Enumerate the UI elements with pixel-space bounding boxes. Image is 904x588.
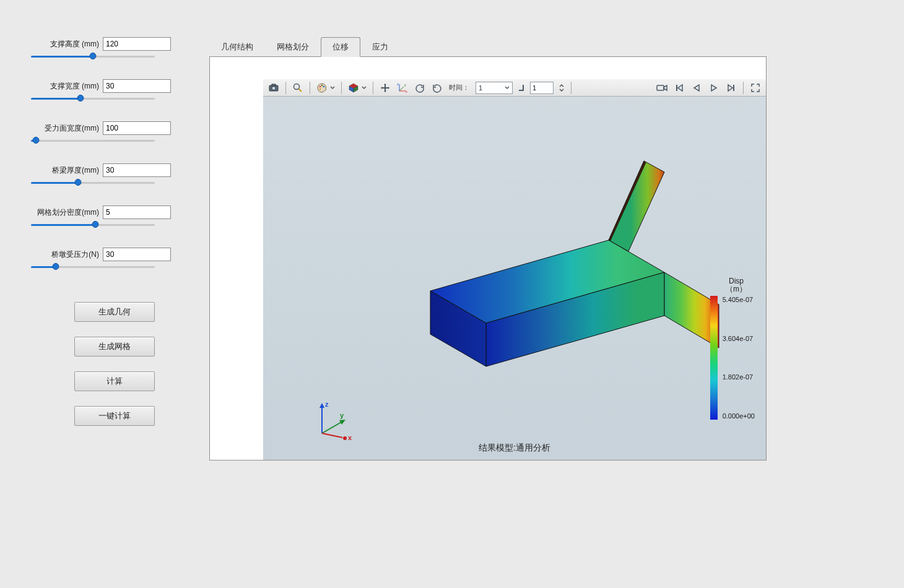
- action-buttons: 生成几何 生成网格 计算 一键计算: [74, 302, 192, 426]
- chevron-down-icon[interactable]: [329, 81, 336, 95]
- step-marker-icon[interactable]: [516, 81, 526, 95]
- palette-icon[interactable]: [315, 81, 329, 95]
- svg-line-41: [322, 422, 342, 433]
- param-bridge-thickness: 桥梁厚度(mm): [31, 163, 192, 186]
- skip-last-icon[interactable]: [724, 81, 738, 95]
- generate-geometry-button[interactable]: 生成几何: [74, 302, 155, 322]
- time-select[interactable]: 1: [476, 82, 513, 94]
- move-icon[interactable]: [378, 81, 392, 95]
- fullscreen-icon[interactable]: [749, 81, 762, 95]
- legend-tick: 1.802e-07: [723, 373, 755, 381]
- palette-dropdown[interactable]: [315, 81, 336, 95]
- viewport: zyx 时间： 1: [263, 79, 766, 460]
- legend-tick: 5.405e-07: [723, 296, 755, 303]
- param-label: 支撑高度 (mm): [31, 39, 99, 50]
- tab-geometry[interactable]: 几何结构: [209, 37, 265, 57]
- calculate-button[interactable]: 计算: [74, 371, 155, 391]
- chevron-down-icon[interactable]: [360, 81, 368, 95]
- svg-point-8: [319, 88, 321, 90]
- tab-displacement[interactable]: 位移: [321, 37, 360, 57]
- svg-rect-1: [272, 84, 276, 86]
- zoom-icon[interactable]: [291, 81, 305, 95]
- force-face-width-slider[interactable]: [31, 137, 155, 144]
- pier-force-slider[interactable]: [31, 264, 155, 270]
- svg-text:y: y: [404, 83, 406, 87]
- rotate-ccw-icon[interactable]: [430, 81, 444, 95]
- param-label: 支撑宽度 (mm): [31, 81, 99, 92]
- svg-rect-23: [676, 85, 677, 91]
- svg-text:z: z: [397, 83, 399, 86]
- camera-icon[interactable]: [267, 81, 280, 95]
- axis-icon[interactable]: zyx: [396, 81, 409, 95]
- mesh-density-input[interactable]: [103, 205, 171, 219]
- legend-tick: 3.604e-07: [723, 335, 755, 342]
- axis-triad: z y x: [313, 399, 356, 443]
- svg-rect-21: [519, 90, 524, 91]
- svg-point-3: [294, 84, 300, 89]
- cube-view-dropdown[interactable]: [347, 81, 368, 95]
- viewport-title: 结果模型:通用分析: [479, 443, 550, 454]
- canvas-wrap: zyx 时间： 1: [209, 56, 767, 460]
- support-width-input[interactable]: [103, 79, 171, 93]
- param-support-height: 支撑高度 (mm): [31, 37, 192, 59]
- param-label: 桥梁厚度(mm): [31, 165, 99, 176]
- param-label: 受力面宽度(mm): [31, 123, 99, 134]
- chevron-down-icon: [505, 85, 510, 90]
- param-support-width: 支撑宽度 (mm): [31, 79, 192, 102]
- svg-point-6: [321, 84, 323, 86]
- support-height-input[interactable]: [103, 37, 171, 51]
- mesh-density-slider[interactable]: [31, 222, 155, 228]
- param-label: 桥墩受压力(N): [31, 249, 99, 260]
- svg-point-44: [343, 436, 347, 440]
- svg-text:x: x: [406, 90, 407, 93]
- play-forward-icon[interactable]: [707, 81, 721, 95]
- model-3d-view[interactable]: [350, 129, 721, 401]
- viewport-toolbar: zyx 时间： 1: [263, 79, 766, 97]
- param-mesh-density: 网格划分密度(mm): [31, 205, 192, 228]
- legend-colorbar: [710, 296, 718, 420]
- skip-first-icon[interactable]: [672, 81, 686, 95]
- svg-point-2: [272, 86, 276, 90]
- param-label: 网格划分密度(mm): [31, 207, 99, 218]
- one-click-calculate-button[interactable]: 一键计算: [74, 406, 155, 426]
- svg-line-43: [322, 433, 342, 438]
- svg-rect-24: [733, 85, 734, 91]
- step-input[interactable]: [530, 82, 554, 94]
- sidebar: 支撑高度 (mm) 支撑宽度 (mm) 受力面宽度(mm) 桥梁厚度(mm): [31, 37, 192, 426]
- svg-point-7: [323, 85, 325, 87]
- pier-force-input[interactable]: [103, 248, 171, 261]
- axis-y-label: y: [340, 412, 344, 419]
- legend-ticks: 5.405e-07 3.604e-07 1.802e-07 0.000e+00: [723, 296, 755, 420]
- svg-line-4: [299, 89, 302, 92]
- axis-z-label: z: [325, 400, 329, 408]
- svg-line-16: [399, 87, 404, 91]
- bridge-thickness-slider[interactable]: [31, 179, 155, 186]
- bridge-thickness-input[interactable]: [103, 163, 171, 177]
- legend-title: Disp （m）: [718, 277, 755, 293]
- support-height-slider[interactable]: [31, 53, 155, 59]
- legend-tick: 0.000e+00: [723, 412, 755, 420]
- tab-stress[interactable]: 应力: [360, 37, 400, 57]
- svg-point-5: [319, 85, 321, 87]
- time-label: 时间：: [449, 83, 469, 92]
- force-face-width-input[interactable]: [103, 121, 171, 135]
- time-select-value: 1: [479, 84, 482, 92]
- rotate-cw-icon[interactable]: [413, 81, 427, 95]
- step-spinner[interactable]: [557, 81, 566, 95]
- param-force-face-width: 受力面宽度(mm): [31, 121, 192, 144]
- color-legend: 5.405e-07 3.604e-07 1.802e-07 0.000e+00: [710, 296, 755, 420]
- tab-mesh[interactable]: 网格划分: [265, 37, 321, 57]
- support-width-slider[interactable]: [31, 95, 155, 102]
- generate-mesh-button[interactable]: 生成网格: [74, 337, 155, 357]
- axis-x-label: x: [348, 434, 352, 441]
- svg-marker-40: [319, 403, 324, 408]
- param-pier-force: 桥墩受压力(N): [31, 248, 192, 270]
- video-camera-icon[interactable]: [655, 81, 669, 95]
- main-area: 几何结构 网格划分 位移 应力: [209, 37, 866, 460]
- rubiks-cube-icon[interactable]: [347, 81, 360, 95]
- play-back-icon[interactable]: [690, 81, 703, 95]
- tabs: 几何结构 网格划分 位移 应力: [209, 37, 866, 56]
- svg-rect-22: [657, 85, 664, 90]
